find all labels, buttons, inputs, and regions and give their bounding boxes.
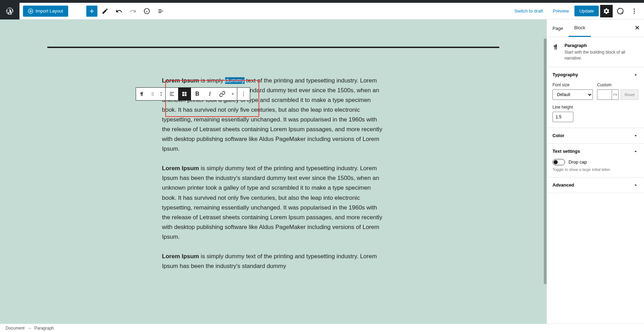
typography-panel-toggle[interactable]: Typography: [547, 67, 644, 82]
chevron-down-icon: [633, 182, 638, 188]
update-button[interactable]: Update: [574, 6, 599, 16]
advanced-panel-toggle[interactable]: Advanced: [547, 177, 644, 193]
block-type-button[interactable]: [136, 88, 149, 100]
reset-button[interactable]: Reset: [621, 89, 638, 100]
editor-header: Import Layout Switch to draft Preview Up…: [0, 3, 644, 19]
svg-rect-17: [185, 94, 186, 96]
svg-point-19: [243, 94, 244, 94]
font-size-select[interactable]: Default: [552, 89, 593, 100]
undo-button[interactable]: [113, 5, 125, 17]
settings-sidebar: Page Block ✕ Paragraph Start with the bu…: [547, 19, 644, 324]
italic-button[interactable]: I: [204, 88, 216, 100]
color-panel-toggle[interactable]: Color: [547, 128, 644, 143]
svg-point-6: [634, 10, 635, 11]
breadcrumb-paragraph[interactable]: Paragraph: [34, 326, 54, 331]
block-more-button[interactable]: [237, 88, 250, 100]
redo-button[interactable]: [127, 5, 139, 17]
selected-text: dummy: [225, 77, 245, 84]
svg-rect-14: [182, 92, 184, 94]
bold-button[interactable]: B: [191, 88, 204, 100]
more-options-button[interactable]: [628, 5, 641, 17]
breadcrumb-document[interactable]: Document: [6, 326, 25, 331]
add-block-button[interactable]: [86, 6, 97, 17]
svg-point-9: [153, 93, 154, 93]
unit-label: PX: [612, 89, 619, 100]
svg-rect-15: [185, 92, 186, 94]
breadcrumb-arrow: →: [27, 326, 32, 331]
svg-point-11: [153, 94, 154, 94]
paragraph-block[interactable]: Lorem Ipsum is simply dummy text of the …: [162, 252, 385, 271]
paragraph-block[interactable]: Lorem Ipsum is simply dummy text of the …: [162, 164, 385, 242]
svg-point-20: [243, 95, 244, 96]
qubely-button[interactable]: [614, 5, 627, 17]
chevron-up-icon: [633, 72, 638, 78]
line-height-label: Line height: [552, 105, 638, 110]
tab-page[interactable]: Page: [547, 19, 569, 37]
font-size-label: Font size: [552, 82, 593, 87]
preview-button[interactable]: Preview: [549, 6, 573, 16]
link-button[interactable]: [216, 88, 229, 100]
layout-button[interactable]: [178, 88, 191, 100]
tab-block[interactable]: Block: [569, 19, 591, 37]
close-sidebar-button[interactable]: ✕: [633, 24, 641, 32]
chevron-up-icon: [633, 149, 638, 154]
paragraph-icon: [552, 43, 560, 51]
switch-to-draft-button[interactable]: Switch to draft: [510, 6, 547, 16]
svg-point-7: [634, 13, 635, 14]
svg-point-12: [152, 95, 152, 96]
svg-point-5: [634, 8, 635, 9]
custom-size-input[interactable]: [597, 89, 612, 100]
breadcrumb-footer: Document → Paragraph: [0, 324, 644, 332]
text-settings-panel-toggle[interactable]: Text settings: [547, 144, 644, 159]
svg-point-8: [152, 93, 152, 93]
align-button[interactable]: [166, 88, 178, 100]
import-layout-label: Import Layout: [35, 8, 63, 14]
svg-point-10: [152, 94, 152, 94]
wordpress-logo-icon[interactable]: [0, 3, 19, 19]
chevron-down-icon: [633, 133, 638, 139]
edit-tool-button[interactable]: [99, 5, 111, 17]
custom-label: Custom: [597, 82, 638, 87]
svg-point-13: [153, 95, 154, 96]
move-button[interactable]: [157, 88, 165, 100]
bold-text: Lorem Ipsum: [162, 165, 199, 172]
bold-text: Lorem Ipsum: [162, 77, 199, 84]
block-title: Paragraph: [564, 43, 638, 48]
block-toolbar: B I: [136, 87, 250, 101]
settings-button[interactable]: [600, 5, 613, 17]
block-description: Start with the building block of all nar…: [564, 49, 638, 61]
outline-button[interactable]: [154, 5, 167, 17]
separator-block: [47, 47, 499, 48]
bold-text: Lorem Ipsum: [162, 253, 199, 260]
info-button[interactable]: [141, 5, 153, 17]
drop-cap-label: Drop cap: [569, 159, 587, 165]
import-icon: [28, 8, 33, 14]
drag-handle[interactable]: [149, 88, 157, 100]
drop-cap-help: Toggle to show a large initial letter.: [552, 167, 638, 172]
editor-canvas[interactable]: B I Lorem Ipsum is simply dummy text of …: [0, 19, 547, 324]
line-height-input[interactable]: [552, 112, 573, 122]
import-layout-button[interactable]: Import Layout: [23, 6, 68, 17]
svg-rect-16: [182, 94, 184, 96]
drop-cap-toggle[interactable]: [552, 159, 565, 165]
more-formatting-button[interactable]: [229, 88, 237, 100]
svg-point-18: [243, 92, 244, 93]
